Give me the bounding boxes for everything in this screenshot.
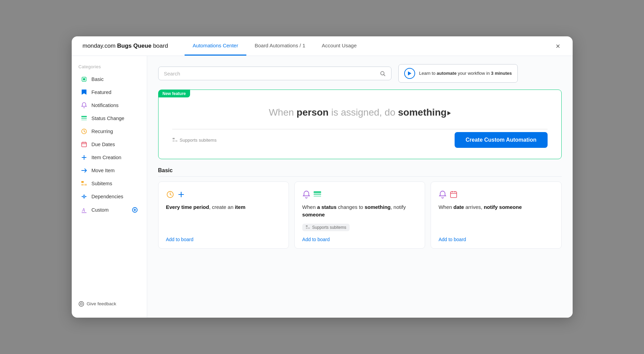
- sidebar-item-label-notifications: Notifications: [92, 103, 138, 108]
- list-card-icon: [313, 189, 321, 198]
- supports-subitems-badge-2: Supports subitems: [302, 224, 350, 231]
- sidebar-item-label-featured: Featured: [92, 90, 138, 95]
- sidebar-item-label-dependencies: Dependencies: [92, 194, 138, 199]
- banner-bottom: Supports subitems Create Custom Automati…: [172, 132, 548, 148]
- main-content: Learn to automate your workflow in 3 min…: [147, 56, 573, 318]
- list-icon: [81, 115, 87, 122]
- bell-icon: [81, 102, 87, 109]
- svg-rect-18: [175, 140, 177, 142]
- card-date-notify[interactable]: When date arrives, notify someone Add to…: [431, 181, 561, 248]
- cube-icon: [81, 76, 87, 83]
- modal-header: monday.com Bugs Queue board Automations …: [72, 36, 573, 56]
- add-custom-button[interactable]: [132, 206, 138, 213]
- recurring-icon: [81, 128, 87, 135]
- sidebar-item-dependencies[interactable]: Dependencies: [74, 190, 145, 203]
- calendar-card-icon: [449, 189, 458, 198]
- deps-icon: [81, 193, 87, 200]
- svg-rect-7: [81, 184, 84, 186]
- sidebar-item-move-item[interactable]: Move Item: [74, 164, 145, 177]
- add-to-board-btn-2[interactable]: Add to board: [302, 237, 330, 242]
- bell-card-icon: [302, 189, 311, 198]
- feedback-label: Give feedback: [87, 301, 116, 306]
- svg-rect-6: [81, 181, 84, 183]
- card-status-notify[interactable]: When a status changes to something, noti…: [294, 181, 425, 248]
- svg-point-13: [79, 302, 84, 306]
- new-feature-badge: New feature: [159, 90, 190, 97]
- recurring-card-icon: [166, 189, 174, 198]
- close-button[interactable]: ×: [553, 41, 563, 51]
- plus-card-icon: [177, 189, 185, 198]
- sidebar: Categories Basic Featured: [72, 56, 147, 318]
- search-input[interactable]: [164, 71, 377, 76]
- tab-board-automations[interactable]: Board Automations / 1: [246, 43, 314, 56]
- svg-rect-4: [81, 119, 87, 120]
- svg-rect-1: [83, 78, 85, 80]
- sidebar-item-label-basic: Basic: [92, 76, 138, 82]
- svg-rect-2: [81, 116, 87, 117]
- search-icon: [380, 70, 386, 76]
- card-recurring-create[interactable]: Every time period, create an item Add to…: [158, 181, 289, 248]
- feedback-icon: [79, 301, 84, 307]
- create-custom-automation-button[interactable]: Create Custom Automation: [455, 132, 548, 148]
- sidebar-item-label-due-dates: Due Dates: [92, 142, 138, 147]
- svg-rect-8: [84, 184, 87, 186]
- svg-rect-16: [173, 138, 175, 139]
- svg-rect-24: [306, 228, 307, 229]
- tab-account-usage[interactable]: Account Usage: [314, 43, 365, 56]
- search-row: Learn to automate your workflow in 3 min…: [158, 64, 562, 83]
- sidebar-item-subitems[interactable]: Subitems: [74, 177, 145, 190]
- sidebar-item-label-status-change: Status Change: [92, 116, 138, 121]
- underline-icon: A: [81, 206, 87, 213]
- add-to-board-btn-1[interactable]: Add to board: [166, 237, 194, 242]
- sidebar-item-label-custom: Custom: [92, 207, 128, 213]
- sidebar-item-item-creation[interactable]: Item Creation: [74, 151, 145, 164]
- sidebar-item-recurring[interactable]: Recurring: [74, 125, 145, 138]
- supports-subitems-label: Supports subitems: [172, 138, 217, 143]
- add-to-board-btn-3[interactable]: Add to board: [438, 237, 466, 242]
- card-icons-1: [166, 189, 281, 198]
- svg-rect-17: [173, 140, 175, 142]
- tab-automations-center[interactable]: Automations Center: [185, 43, 247, 56]
- bell-card-icon-3: [438, 189, 447, 198]
- arrow-right-icon: [81, 167, 87, 174]
- card-icons-3: [438, 189, 553, 198]
- svg-rect-25: [308, 228, 310, 229]
- card-footer-3: Add to board: [438, 237, 553, 242]
- card-footer-2: Add to board: [302, 237, 417, 242]
- sidebar-item-basic[interactable]: Basic: [74, 73, 145, 86]
- plus-icon: [81, 154, 87, 161]
- svg-rect-26: [450, 192, 457, 198]
- search-box[interactable]: [158, 67, 391, 80]
- svg-point-14: [80, 303, 82, 305]
- give-feedback-button[interactable]: Give feedback: [72, 296, 147, 312]
- sidebar-item-notifications[interactable]: Notifications: [74, 99, 145, 112]
- bookmark-icon: [81, 89, 87, 96]
- svg-text:A: A: [82, 208, 85, 213]
- modal-window: monday.com Bugs Queue board Automations …: [72, 36, 573, 318]
- card-text-3: When date arrives, notify someone: [438, 203, 553, 231]
- sidebar-item-label-subitems: Subitems: [92, 181, 138, 186]
- calendar-icon: [81, 141, 87, 148]
- svg-rect-22: [314, 196, 321, 197]
- sidebar-item-due-dates[interactable]: Due Dates: [74, 138, 145, 151]
- play-icon: [404, 68, 415, 79]
- header-tabs: Automations Center Board Automations / 1…: [185, 43, 562, 56]
- sidebar-item-custom[interactable]: A Custom: [74, 203, 145, 216]
- sidebar-item-label-item-creation: Item Creation: [92, 155, 138, 160]
- sidebar-item-featured[interactable]: Featured: [74, 86, 145, 99]
- card-footer-1: Add to board: [166, 237, 281, 242]
- header-title: monday.com Bugs Queue board: [83, 43, 168, 56]
- svg-rect-20: [314, 191, 321, 193]
- card-text-1: Every time period, create an item: [166, 203, 281, 231]
- card-text-2: When a status changes to something, noti…: [302, 203, 417, 219]
- cards-grid: Every time period, create an item Add to…: [158, 181, 562, 248]
- video-learn-card[interactable]: Learn to automate your workflow in 3 min…: [398, 64, 518, 83]
- sidebar-item-label-recurring: Recurring: [92, 129, 138, 134]
- subitems-icon: [81, 180, 87, 187]
- custom-automation-banner: New feature When person is assigned, do …: [158, 90, 562, 159]
- svg-rect-23: [306, 226, 307, 227]
- svg-rect-5: [82, 142, 86, 147]
- sidebar-item-status-change[interactable]: Status Change: [74, 112, 145, 125]
- basic-section-label: Basic: [158, 167, 562, 177]
- banner-text: When person is assigned, do something: [269, 106, 450, 119]
